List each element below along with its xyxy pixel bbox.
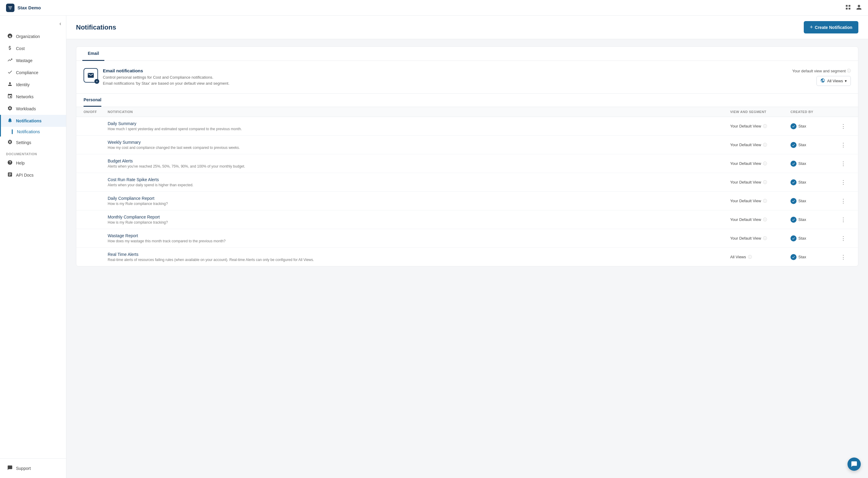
notifications-card: Email + Email notifications Control pers… [76, 46, 858, 266]
view-segment-cell: Your Default View ⓘ [730, 142, 790, 148]
sidebar-item-settings[interactable]: Settings [0, 137, 66, 148]
more-actions-button[interactable]: ⋮ [839, 235, 848, 242]
table-header: ON/OFF NOTIFICATION VIEW AND SEGMENT CRE… [76, 107, 858, 117]
sidebar-item-networks[interactable]: Networks [0, 91, 66, 103]
creator-name: Stax [798, 236, 806, 240]
view-info-icon[interactable]: ⓘ [763, 198, 767, 204]
view-info-icon[interactable]: ⓘ [763, 142, 767, 148]
more-actions-button[interactable]: ⋮ [839, 197, 848, 205]
more-actions-button[interactable]: ⋮ [839, 141, 848, 149]
notification-description: Alerts when your daily spend is higher t… [108, 183, 730, 187]
creator-name: Stax [798, 217, 806, 222]
sidebar-item-api-docs[interactable]: API Docs [0, 169, 66, 181]
col-created-by: CREATED BY [790, 110, 839, 114]
sidebar-item-organization[interactable]: Organization [0, 30, 66, 42]
view-segment-value: All Views [730, 255, 746, 259]
notification-description: How is my Rule compliance tracking? [108, 202, 730, 206]
user-icon[interactable] [856, 4, 862, 11]
email-desc-line2: Email notifications 'by Stax' are based … [103, 80, 229, 87]
view-info-icon[interactable]: ⓘ [748, 254, 752, 260]
sidebar-item-compliance[interactable]: Compliance [0, 67, 66, 79]
more-actions-button[interactable]: ⋮ [839, 123, 848, 130]
sidebar-item-cost[interactable]: Cost [0, 42, 66, 55]
layout: ‹ Organization Cost Wastage [0, 16, 868, 478]
sidebar-sub-item-notifications[interactable]: Notifications [0, 127, 66, 137]
toggle-cell [84, 236, 108, 241]
sidebar-item-label-workloads: Workloads [16, 106, 36, 111]
content-area: Email + Email notifications Control pers… [66, 39, 868, 274]
actions-cell: ⋮ [839, 141, 851, 149]
sidebar-item-support[interactable]: Support [0, 462, 66, 474]
more-actions-button[interactable]: ⋮ [839, 253, 848, 261]
view-segment-label: Your default view and segment ⓘ [792, 68, 851, 73]
creator-cell: Stax [790, 254, 839, 260]
creator-name: Stax [798, 180, 806, 184]
grid-icon[interactable] [845, 4, 851, 11]
creator-name: Stax [798, 199, 806, 203]
creator-badge [790, 179, 797, 185]
view-info-icon[interactable]: ⓘ [763, 161, 767, 166]
more-actions-button[interactable]: ⋮ [839, 160, 848, 168]
toggle-cell [84, 254, 108, 260]
notifications-table: ON/OFF NOTIFICATION VIEW AND SEGMENT CRE… [76, 107, 858, 266]
sidebar-item-label-identity: Identity [16, 82, 30, 87]
creator-cell: Stax [790, 161, 839, 167]
tab-personal[interactable]: Personal [84, 94, 101, 107]
table-row: Real Time Alerts Real-time alerts of res… [76, 248, 858, 266]
view-segment-value: Your Default View [730, 124, 761, 128]
col-actions [839, 110, 851, 114]
email-plus-badge: + [94, 79, 99, 84]
sidebar-item-wastage[interactable]: Wastage [0, 55, 66, 67]
notification-name: Budget Alerts [108, 159, 730, 163]
email-section: + Email notifications Control personal s… [76, 61, 858, 94]
view-info-icon[interactable]: ⓘ [763, 180, 767, 185]
notification-cell: Real Time Alerts Real-time alerts of res… [108, 252, 730, 262]
view-segment-cell: Your Default View ⓘ [730, 236, 790, 241]
globe-icon [820, 78, 825, 84]
more-actions-button[interactable]: ⋮ [839, 216, 848, 224]
plus-icon: + [810, 24, 813, 30]
sidebar-item-help[interactable]: Help [0, 157, 66, 169]
notification-cell: Monthly Compliance Report How is my Rule… [108, 214, 730, 225]
main-header: Notifications + Create Notification [66, 16, 868, 39]
sidebar-docs-label: DOCUMENTATION [0, 148, 66, 157]
help-icon [7, 160, 13, 166]
all-views-selector[interactable]: All Views ▾ [816, 76, 851, 86]
table-body: Daily Summary How much I spent yesterday… [76, 117, 858, 266]
tab-email[interactable]: Email [82, 47, 104, 61]
sidebar-item-label-organization: Organization [16, 34, 40, 39]
view-info-icon[interactable]: ⓘ [763, 217, 767, 223]
organization-icon [7, 33, 13, 40]
creator-badge [790, 235, 797, 241]
creator-cell: Stax [790, 217, 839, 223]
workloads-icon [7, 105, 13, 112]
create-notification-button[interactable]: + Create Notification [804, 21, 858, 33]
creator-cell: Stax [790, 123, 839, 129]
sidebar-item-workloads[interactable]: Workloads [0, 103, 66, 115]
actions-cell: ⋮ [839, 216, 851, 224]
personal-tab-bar: Personal [76, 94, 858, 107]
chat-bubble-button[interactable] [847, 457, 861, 471]
sidebar: ‹ Organization Cost Wastage [0, 16, 66, 478]
sidebar-item-notifications[interactable]: Notifications [0, 115, 66, 127]
view-segment-value: Your Default View [730, 161, 761, 166]
sidebar-collapse-button[interactable]: ‹ [59, 21, 61, 27]
table-row: Weekly Summary How my cost and complianc… [76, 136, 858, 154]
view-segment-cell: All Views ⓘ [730, 254, 790, 260]
notification-description: How much I spent yesterday and estimated… [108, 127, 730, 131]
sidebar-item-identity[interactable]: Identity [0, 79, 66, 91]
view-info-icon[interactable]: ⓘ [763, 236, 767, 241]
notification-name: Weekly Summary [108, 140, 730, 145]
support-icon [7, 465, 13, 472]
notification-name: Daily Summary [108, 121, 730, 126]
notification-description: Real-time alerts of resources failing ru… [108, 258, 730, 262]
view-segment-value: Your Default View [730, 180, 761, 184]
view-info-icon[interactable]: ⓘ [763, 124, 767, 129]
app-title: Stax Demo [18, 5, 41, 10]
notification-name: Real Time Alerts [108, 252, 730, 257]
sidebar-item-label-support: Support [16, 466, 31, 471]
creator-badge [790, 254, 797, 260]
creator-name: Stax [798, 142, 806, 147]
notification-cell: Daily Compliance Report How is my Rule c… [108, 196, 730, 206]
more-actions-button[interactable]: ⋮ [839, 178, 848, 186]
